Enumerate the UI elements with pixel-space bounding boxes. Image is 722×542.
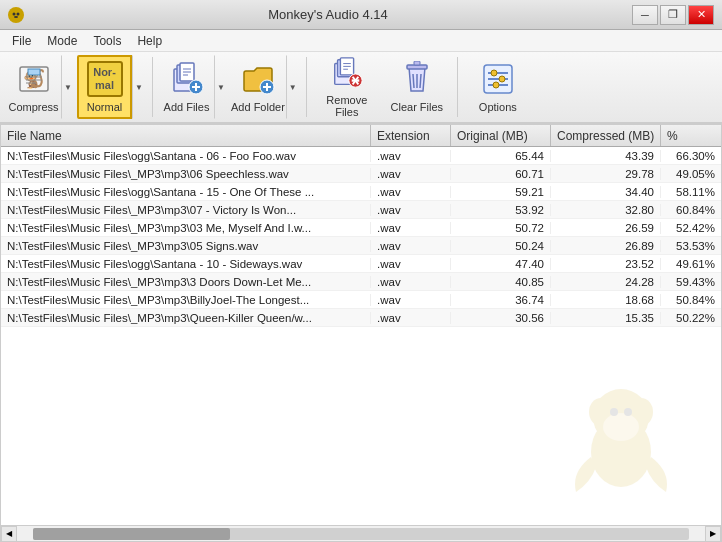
scrollbar-thumb[interactable] [33,528,230,540]
addfolder-group: Add Folder ▼ [230,55,300,119]
table-row[interactable]: N:\TestFiles\Music Files\_MP3\mp3\3 Door… [1,273,721,291]
col-header-filename[interactable]: File Name [1,125,371,146]
main-content: File Name Extension Original (MB) Compre… [0,124,722,542]
cell-original: 65.44 [451,150,551,162]
cell-original: 47.40 [451,258,551,270]
table-row[interactable]: N:\TestFiles\Music Files\ogg\Santana - 1… [1,183,721,201]
svg-point-47 [589,398,613,426]
titlebar: Monkey's Audio 4.14 ─ ❐ ✕ [0,0,722,30]
cell-compressed: 26.59 [551,222,661,234]
normal-icon: Nor-mal [87,61,123,97]
addfiles-button[interactable]: Add Files [159,55,214,119]
table-row[interactable]: N:\TestFiles\Music Files\_MP3\mp3\Queen-… [1,309,721,327]
cell-ext: .wav [371,222,451,234]
app-icon [8,7,24,23]
scroll-left[interactable]: ◀ [1,526,17,542]
cell-percent: 59.43% [661,276,721,288]
options-label: Options [479,101,517,113]
cell-compressed: 32.80 [551,204,661,216]
normal-label: Normal [87,101,122,113]
svg-point-50 [610,408,618,416]
normal-group: Nor-mal Normal ▼ [77,55,146,119]
restore-button[interactable]: ❐ [660,5,686,25]
svg-point-2 [17,12,20,15]
removefiles-button[interactable]: Remove Files [313,55,381,119]
normal-button[interactable]: Nor-mal Normal [77,55,132,119]
cell-percent: 60.84% [661,204,721,216]
table-row[interactable]: N:\TestFiles\Music Files\_MP3\mp3\06 Spe… [1,165,721,183]
file-list-container: File Name Extension Original (MB) Compre… [0,124,722,542]
compress-label: Compress [8,101,58,113]
svg-line-35 [413,74,414,88]
cell-filename: N:\TestFiles\Music Files\ogg\Santana - 1… [1,258,371,270]
cell-filename: N:\TestFiles\Music Files\_MP3\mp3\Queen-… [1,312,371,324]
cell-filename: N:\TestFiles\Music Files\_MP3\mp3\BillyJ… [1,294,371,306]
clearfiles-icon [399,61,435,97]
table-row[interactable]: N:\TestFiles\Music Files\_MP3\mp3\03 Me,… [1,219,721,237]
addfiles-label: Add Files [164,101,210,113]
toolbar: 🐒 Compress ▼ Nor-mal Normal ▼ [0,52,722,124]
minimize-button[interactable]: ─ [632,5,658,25]
svg-point-48 [629,398,653,426]
options-icon [480,61,516,97]
cell-percent: 58.11% [661,186,721,198]
cell-original: 40.85 [451,276,551,288]
svg-point-43 [499,76,505,82]
watermark-monkey [561,362,681,505]
col-header-extension[interactable]: Extension [371,125,451,146]
compress-button[interactable]: 🐒 Compress [6,55,61,119]
scroll-right[interactable]: ▶ [705,526,721,542]
table-row[interactable]: N:\TestFiles\Music Files\ogg\Santana - 0… [1,147,721,165]
addfiles-dropdown[interactable]: ▼ [214,55,228,119]
menubar: File Mode Tools Help [0,30,722,52]
menu-help[interactable]: Help [129,30,170,51]
cell-compressed: 34.40 [551,186,661,198]
table-row[interactable]: N:\TestFiles\Music Files\_MP3\mp3\07 - V… [1,201,721,219]
table-row[interactable]: N:\TestFiles\Music Files\ogg\Santana - 1… [1,255,721,273]
col-header-original[interactable]: Original (MB) [451,125,551,146]
cell-ext: .wav [371,204,451,216]
svg-point-51 [624,408,632,416]
close-button[interactable]: ✕ [688,5,714,25]
separator-3 [457,57,458,117]
addfolder-dropdown[interactable]: ▼ [286,55,300,119]
file-list-body: N:\TestFiles\Music Files\ogg\Santana - 0… [1,147,721,525]
cell-compressed: 24.28 [551,276,661,288]
window-title: Monkey's Audio 4.14 [24,7,632,22]
addfolder-button[interactable]: Add Folder [230,55,286,119]
addfolder-label: Add Folder [231,101,285,113]
cell-percent: 52.42% [661,222,721,234]
compress-dropdown[interactable]: ▼ [61,55,75,119]
menu-mode[interactable]: Mode [39,30,85,51]
file-list-header: File Name Extension Original (MB) Compre… [1,125,721,147]
cell-original: 30.56 [451,312,551,324]
cell-percent: 50.84% [661,294,721,306]
col-header-percent[interactable]: % [661,125,721,146]
addfiles-group: Add Files ▼ [159,55,228,119]
cell-ext: .wav [371,150,451,162]
normal-dropdown[interactable]: ▼ [132,55,146,119]
cell-compressed: 26.89 [551,240,661,252]
hscrollbar[interactable]: ◀ ▶ [1,525,721,541]
menu-file[interactable]: File [4,30,39,51]
cell-original: 60.71 [451,168,551,180]
addfolder-icon [240,61,276,97]
cell-percent: 50.22% [661,312,721,324]
table-row[interactable]: N:\TestFiles\Music Files\_MP3\mp3\BillyJ… [1,291,721,309]
svg-point-44 [493,82,499,88]
cell-percent: 49.61% [661,258,721,270]
options-button[interactable]: Options [464,55,532,119]
cell-ext: .wav [371,312,451,324]
svg-rect-32 [407,65,427,69]
cell-ext: .wav [371,168,451,180]
svg-point-49 [603,413,639,441]
clearfiles-button[interactable]: Clear Files [383,55,451,119]
menu-tools[interactable]: Tools [85,30,129,51]
scrollbar-track [33,528,689,540]
col-header-compressed[interactable]: Compressed (MB) [551,125,661,146]
addfiles-icon [169,61,205,97]
cell-ext: .wav [371,276,451,288]
table-row[interactable]: N:\TestFiles\Music Files\_MP3\mp3\05 Sig… [1,237,721,255]
separator-1 [152,57,153,117]
cell-filename: N:\TestFiles\Music Files\_MP3\mp3\3 Door… [1,276,371,288]
